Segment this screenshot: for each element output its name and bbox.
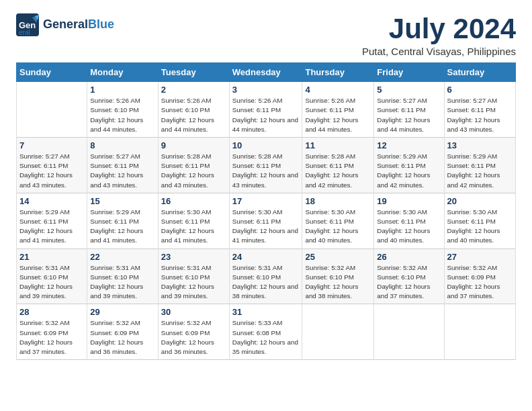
- day-number: 25: [305, 252, 371, 262]
- logo-icon: Gen eral: [16, 13, 39, 36]
- day-number: 31: [232, 307, 300, 317]
- header-wednesday: Wednesday: [229, 63, 302, 82]
- day-number: 18: [305, 196, 371, 206]
- day-info: Sunrise: 5:27 AMSunset: 6:11 PMDaylight:…: [19, 152, 84, 190]
- day-number: 1: [90, 85, 155, 95]
- day-info: Sunrise: 5:27 AMSunset: 6:11 PMDaylight:…: [90, 152, 155, 190]
- day-number: 29: [90, 307, 155, 317]
- logo-general: GeneralBlue: [43, 18, 114, 32]
- month-year-title: July 2024: [362, 13, 516, 44]
- calendar-day-cell: 17Sunrise: 5:30 AMSunset: 6:11 PMDayligh…: [229, 193, 302, 248]
- header-saturday: Saturday: [444, 63, 515, 82]
- calendar-day-cell: 30Sunrise: 5:32 AMSunset: 6:09 PMDayligh…: [158, 304, 229, 360]
- calendar-day-cell: 18Sunrise: 5:30 AMSunset: 6:11 PMDayligh…: [302, 193, 374, 248]
- svg-text:eral: eral: [19, 29, 30, 36]
- day-info: Sunrise: 5:32 AMSunset: 6:09 PMDaylight:…: [90, 318, 155, 357]
- calendar-day-cell: 25Sunrise: 5:32 AMSunset: 6:10 PMDayligh…: [302, 248, 374, 304]
- header-area: Gen eral GeneralBlue July 2024 Putat, Ce…: [16, 13, 516, 57]
- header-sunday: Sunday: [17, 63, 87, 82]
- day-info: Sunrise: 5:28 AMSunset: 6:11 PMDaylight:…: [232, 152, 300, 190]
- day-info: Sunrise: 5:28 AMSunset: 6:11 PMDaylight:…: [161, 152, 226, 190]
- logo: Gen eral GeneralBlue: [16, 13, 114, 36]
- day-info: Sunrise: 5:31 AMSunset: 6:10 PMDaylight:…: [232, 263, 300, 302]
- calendar-day-cell: 22Sunrise: 5:31 AMSunset: 6:10 PMDayligh…: [87, 248, 159, 304]
- day-info: Sunrise: 5:30 AMSunset: 6:11 PMDaylight:…: [232, 208, 300, 246]
- day-number: 10: [232, 140, 300, 150]
- day-info: Sunrise: 5:29 AMSunset: 6:11 PMDaylight:…: [377, 152, 441, 190]
- calendar-day-cell: 31Sunrise: 5:33 AMSunset: 6:08 PMDayligh…: [229, 304, 302, 360]
- day-info: Sunrise: 5:30 AMSunset: 6:11 PMDaylight:…: [161, 208, 226, 246]
- day-info: Sunrise: 5:31 AMSunset: 6:10 PMDaylight:…: [19, 263, 84, 302]
- day-number: 3: [232, 85, 300, 95]
- day-number: 13: [447, 140, 513, 150]
- weekday-header-row: Sunday Monday Tuesday Wednesday Thursday…: [17, 63, 516, 82]
- day-info: Sunrise: 5:26 AMSunset: 6:10 PMDaylight:…: [90, 96, 155, 134]
- day-number: 9: [161, 140, 226, 150]
- day-info: Sunrise: 5:30 AMSunset: 6:11 PMDaylight:…: [377, 208, 441, 246]
- day-number: 15: [90, 196, 155, 206]
- day-info: Sunrise: 5:26 AMSunset: 6:11 PMDaylight:…: [232, 96, 300, 134]
- calendar-day-cell: 21Sunrise: 5:31 AMSunset: 6:10 PMDayligh…: [17, 248, 87, 304]
- calendar-day-cell: 15Sunrise: 5:29 AMSunset: 6:11 PMDayligh…: [87, 193, 159, 248]
- calendar-week-row: 7Sunrise: 5:27 AMSunset: 6:11 PMDaylight…: [17, 138, 516, 193]
- calendar-day-cell: 12Sunrise: 5:29 AMSunset: 6:11 PMDayligh…: [374, 138, 444, 193]
- calendar-week-row: 14Sunrise: 5:29 AMSunset: 6:11 PMDayligh…: [17, 193, 516, 248]
- calendar-day-cell: 28Sunrise: 5:32 AMSunset: 6:09 PMDayligh…: [17, 304, 87, 360]
- day-number: 12: [377, 140, 441, 150]
- day-info: Sunrise: 5:27 AMSunset: 6:11 PMDaylight:…: [447, 96, 513, 134]
- day-number: 21: [19, 252, 84, 262]
- calendar-day-cell: 13Sunrise: 5:29 AMSunset: 6:11 PMDayligh…: [444, 138, 515, 193]
- calendar-day-cell: 2Sunrise: 5:26 AMSunset: 6:10 PMDaylight…: [158, 82, 229, 138]
- calendar-week-row: 28Sunrise: 5:32 AMSunset: 6:09 PMDayligh…: [17, 304, 516, 360]
- calendar-day-cell: 1Sunrise: 5:26 AMSunset: 6:10 PMDaylight…: [87, 82, 159, 138]
- day-number: 11: [305, 140, 371, 150]
- day-info: Sunrise: 5:31 AMSunset: 6:10 PMDaylight:…: [161, 263, 226, 302]
- day-number: 20: [447, 196, 513, 206]
- day-number: 4: [305, 85, 371, 95]
- day-info: Sunrise: 5:32 AMSunset: 6:09 PMDaylight:…: [19, 318, 84, 357]
- header-thursday: Thursday: [302, 63, 374, 82]
- header-monday: Monday: [87, 63, 159, 82]
- day-info: Sunrise: 5:27 AMSunset: 6:11 PMDaylight:…: [377, 96, 441, 134]
- title-area: July 2024 Putat, Central Visayas, Philip…: [362, 13, 516, 57]
- day-info: Sunrise: 5:32 AMSunset: 6:10 PMDaylight:…: [305, 263, 371, 302]
- location-subtitle: Putat, Central Visayas, Philippines: [362, 46, 516, 57]
- day-number: 2: [161, 85, 226, 95]
- calendar-day-cell: 24Sunrise: 5:31 AMSunset: 6:10 PMDayligh…: [229, 248, 302, 304]
- day-number: 8: [90, 140, 155, 150]
- calendar-day-cell: 29Sunrise: 5:32 AMSunset: 6:09 PMDayligh…: [87, 304, 159, 360]
- day-info: Sunrise: 5:30 AMSunset: 6:11 PMDaylight:…: [447, 208, 513, 246]
- day-number: 19: [377, 196, 441, 206]
- day-number: 24: [232, 252, 300, 262]
- calendar-day-cell: [444, 304, 515, 360]
- day-info: Sunrise: 5:26 AMSunset: 6:11 PMDaylight:…: [305, 96, 371, 134]
- calendar-day-cell: 7Sunrise: 5:27 AMSunset: 6:11 PMDaylight…: [17, 138, 87, 193]
- day-number: 17: [232, 196, 300, 206]
- header-friday: Friday: [374, 63, 444, 82]
- day-number: 22: [90, 252, 155, 262]
- day-number: 7: [19, 140, 84, 150]
- calendar-day-cell: 16Sunrise: 5:30 AMSunset: 6:11 PMDayligh…: [158, 193, 229, 248]
- calendar-day-cell: 5Sunrise: 5:27 AMSunset: 6:11 PMDaylight…: [374, 82, 444, 138]
- calendar-week-row: 1Sunrise: 5:26 AMSunset: 6:10 PMDaylight…: [17, 82, 516, 138]
- calendar-day-cell: 14Sunrise: 5:29 AMSunset: 6:11 PMDayligh…: [17, 193, 87, 248]
- calendar-day-cell: 3Sunrise: 5:26 AMSunset: 6:11 PMDaylight…: [229, 82, 302, 138]
- calendar-day-cell: 9Sunrise: 5:28 AMSunset: 6:11 PMDaylight…: [158, 138, 229, 193]
- day-info: Sunrise: 5:26 AMSunset: 6:10 PMDaylight:…: [161, 96, 226, 134]
- day-info: Sunrise: 5:31 AMSunset: 6:10 PMDaylight:…: [90, 263, 155, 302]
- day-info: Sunrise: 5:28 AMSunset: 6:11 PMDaylight:…: [305, 152, 371, 190]
- calendar-day-cell: 11Sunrise: 5:28 AMSunset: 6:11 PMDayligh…: [302, 138, 374, 193]
- calendar-day-cell: 4Sunrise: 5:26 AMSunset: 6:11 PMDaylight…: [302, 82, 374, 138]
- day-number: 27: [447, 252, 513, 262]
- calendar-day-cell: 6Sunrise: 5:27 AMSunset: 6:11 PMDaylight…: [444, 82, 515, 138]
- calendar-table: Sunday Monday Tuesday Wednesday Thursday…: [16, 62, 516, 360]
- header-tuesday: Tuesday: [158, 63, 229, 82]
- calendar-day-cell: [17, 82, 87, 138]
- day-number: 5: [377, 85, 441, 95]
- calendar-day-cell: 26Sunrise: 5:32 AMSunset: 6:10 PMDayligh…: [374, 248, 444, 304]
- day-info: Sunrise: 5:29 AMSunset: 6:11 PMDaylight:…: [19, 208, 84, 246]
- calendar-day-cell: [374, 304, 444, 360]
- day-number: 14: [19, 196, 84, 206]
- day-number: 16: [161, 196, 226, 206]
- day-info: Sunrise: 5:30 AMSunset: 6:11 PMDaylight:…: [305, 208, 371, 246]
